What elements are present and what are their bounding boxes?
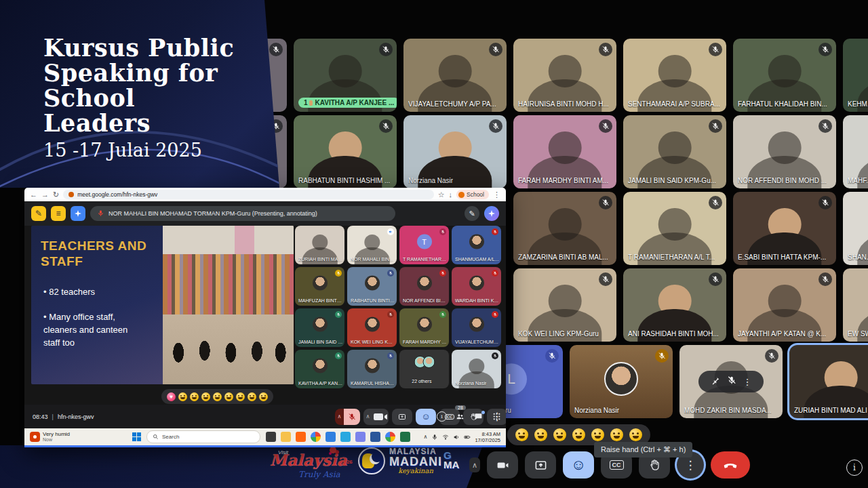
reaction-emoji[interactable] bbox=[553, 428, 566, 441]
reaction-emoji[interactable] bbox=[610, 428, 623, 441]
participant-tile[interactable]: FARAH MARDHY BI... bbox=[399, 308, 449, 347]
participant-tile[interactable]: ANI RASHIDAH BINTI MOH... bbox=[623, 268, 726, 342]
reactions-button[interactable]: ☺ bbox=[563, 451, 594, 479]
tray-chevron-icon[interactable]: ∧ bbox=[424, 434, 428, 440]
participant-tile[interactable]: KOK WEI LING KPM-Guru bbox=[513, 268, 616, 342]
taskbar-app-icon[interactable] bbox=[355, 432, 366, 442]
tray-wifi-icon[interactable] bbox=[442, 434, 449, 441]
camera-options-chevron[interactable]: ∧ bbox=[469, 458, 480, 472]
browser-menu-icon[interactable]: ⋮ bbox=[493, 191, 500, 199]
participant-tile[interactable]: NOR AFFENDI BIN ... bbox=[399, 267, 449, 306]
mic-button[interactable]: ∧ bbox=[335, 409, 360, 425]
participant-tile[interactable]: NOR AFFENDI BIN MOHD ... bbox=[733, 115, 836, 188]
taskbar-app-icon[interactable] bbox=[340, 432, 351, 442]
reaction-emoji[interactable] bbox=[534, 428, 547, 441]
mic-muted-icon[interactable] bbox=[727, 375, 736, 388]
participant-tile[interactable]: KOK WEI LING KPM... bbox=[347, 308, 397, 347]
pin-icon[interactable] bbox=[711, 375, 720, 388]
taskbar-app-icon[interactable] bbox=[281, 432, 291, 442]
windows-start-button[interactable] bbox=[132, 432, 141, 441]
info-icon[interactable]: i bbox=[846, 460, 863, 476]
reaction-emoji[interactable] bbox=[515, 428, 528, 441]
reaction-emoji[interactable] bbox=[236, 392, 245, 401]
taskbar-app-icon[interactable] bbox=[266, 432, 276, 442]
mic-options-chevron[interactable]: ∧ bbox=[335, 409, 344, 425]
browser-profile-chip[interactable]: School bbox=[456, 190, 489, 199]
tray-mic-icon[interactable] bbox=[431, 434, 438, 441]
participant-tile[interactable]: Norziana Nasir bbox=[403, 115, 507, 188]
present-button[interactable] bbox=[392, 409, 412, 425]
participant-tile[interactable]: Norziana Nasir bbox=[570, 345, 673, 418]
reload-icon[interactable]: ↻ bbox=[53, 191, 59, 199]
participant-tile[interactable]: JAMALI BIN SAID K... bbox=[295, 308, 344, 347]
reaction-emoji[interactable] bbox=[190, 392, 199, 401]
participant-tile[interactable]: 1KAVITHA A/P KANJEE ... bbox=[294, 39, 397, 112]
chat-icon[interactable] bbox=[473, 412, 484, 421]
reaction-emoji[interactable] bbox=[572, 428, 585, 441]
participant-tile[interactable]: RABHATUN BINTI HASHIM ... bbox=[294, 115, 397, 188]
participant-tile[interactable]: ⋮ MOHD ZAKIR BIN MASDA... bbox=[679, 345, 783, 418]
taskbar-app-icon[interactable] bbox=[370, 432, 380, 442]
reactions-button[interactable]: ☺ bbox=[416, 409, 436, 425]
participant-tile[interactable]: FARHATUL KHALIDAH BIN... bbox=[733, 39, 836, 112]
reaction-emoji[interactable] bbox=[201, 392, 210, 401]
taskbar-weather-widget[interactable]: Very humidNow bbox=[30, 431, 70, 443]
participant-tile[interactable]: JAMALI BIN SAID KPM-Gu... bbox=[623, 115, 726, 188]
present-button[interactable] bbox=[525, 451, 556, 479]
participant-tile[interactable]: KAVITHA A/P KANJ... bbox=[295, 350, 344, 388]
taskbar-clock[interactable]: 8:43 AM 17/07/2025 bbox=[475, 431, 500, 443]
reaction-emoji[interactable] bbox=[178, 392, 187, 401]
participant-tile[interactable]: KEHM... bbox=[843, 39, 868, 112]
annotate-pen-tool-icon[interactable]: ✎ bbox=[31, 206, 46, 221]
participant-tile[interactable]: ZURIAH BINTI MAD ALI (... bbox=[789, 345, 868, 418]
tray-volume-icon[interactable] bbox=[453, 434, 460, 441]
reaction-emoji[interactable]: ♥ bbox=[167, 392, 176, 401]
gemini-icon[interactable] bbox=[484, 206, 499, 221]
participant-tile[interactable]: KAMARUL HISHAM ... bbox=[347, 350, 397, 388]
participant-tile[interactable]: ZURIAH BINTI MAD... bbox=[295, 226, 344, 264]
reaction-emoji[interactable] bbox=[224, 392, 233, 401]
taskbar-app-icon[interactable] bbox=[326, 432, 336, 442]
camera-options-chevron[interactable]: ∧ bbox=[363, 409, 372, 425]
participant-tile[interactable]: SHAN... bbox=[843, 192, 868, 265]
more-options-icon[interactable]: ⋮ bbox=[743, 378, 752, 386]
tile-hover-controls[interactable]: ⋮ bbox=[698, 371, 764, 392]
participant-tile[interactable]: MAHF... bbox=[843, 115, 868, 188]
participant-tile[interactable]: E.SABI BINTI HATTA KPM-... bbox=[733, 192, 836, 265]
participant-tile[interactable]: SHANMUGAM A/L ... bbox=[452, 226, 501, 264]
address-bar[interactable]: meet.google.com/hfn-nkes-gwv bbox=[63, 190, 433, 199]
reaction-emoji[interactable] bbox=[248, 392, 256, 401]
participant-tile[interactable]: FARAH MARDHY BINTI AM... bbox=[513, 115, 616, 188]
participant-tile[interactable]: NOR MAHALI BIN... bbox=[347, 226, 397, 264]
taskbar-app-icon[interactable] bbox=[400, 432, 410, 442]
leave-call-button[interactable] bbox=[711, 451, 750, 479]
people-icon[interactable]: 28 bbox=[454, 412, 465, 421]
participant-tile[interactable]: T T RAMANIETHARA... bbox=[399, 226, 449, 264]
participant-tile[interactable]: VIJAYALETCHUMY A/P PA... bbox=[403, 39, 507, 112]
participant-tile[interactable]: VIJAYALETCHUMY ... bbox=[452, 308, 501, 347]
download-icon[interactable]: ↓ bbox=[449, 191, 453, 199]
participant-tile[interactable]: EW SW... bbox=[843, 268, 868, 342]
participant-tile[interactable]: WARDAH BINTI KH... bbox=[452, 267, 501, 306]
participant-tile[interactable]: Norziana Nasir bbox=[452, 350, 501, 388]
participant-tile[interactable]: MAHFUZAH BINTI C... bbox=[295, 267, 344, 306]
participant-tile[interactable]: SENTHAMARAI A/P SUBRA... bbox=[623, 39, 726, 112]
participant-tile[interactable]: JAYANTHI A/P KATAN @ K... bbox=[733, 268, 836, 342]
reaction-emoji[interactable] bbox=[629, 428, 642, 441]
participant-tile[interactable]: RABHATUN BINTI H... bbox=[347, 267, 397, 306]
taskbar-app-icon[interactable] bbox=[385, 432, 395, 442]
taskbar-app-icon[interactable] bbox=[311, 432, 321, 442]
tray-battery-icon[interactable] bbox=[464, 434, 471, 441]
bookmark-star-icon[interactable]: ☆ bbox=[438, 191, 445, 199]
annotate-board-tool-icon[interactable]: ≡ bbox=[51, 206, 66, 221]
reaction-emoji[interactable] bbox=[259, 392, 268, 401]
reaction-emoji[interactable] bbox=[213, 392, 222, 401]
info-icon[interactable]: i bbox=[437, 411, 447, 422]
participant-tile[interactable]: ZAMZARINA BINTI AB MAL... bbox=[513, 192, 616, 265]
edit-pen-icon[interactable]: ✎ bbox=[465, 206, 479, 221]
forward-icon[interactable]: → bbox=[41, 191, 49, 199]
participant-tile[interactable]: T RAMANIETHARAN A/L T... bbox=[623, 192, 726, 265]
back-icon[interactable]: ← bbox=[30, 191, 37, 199]
reaction-emoji[interactable] bbox=[591, 428, 604, 441]
taskbar-search-input[interactable]: Search bbox=[146, 430, 260, 443]
